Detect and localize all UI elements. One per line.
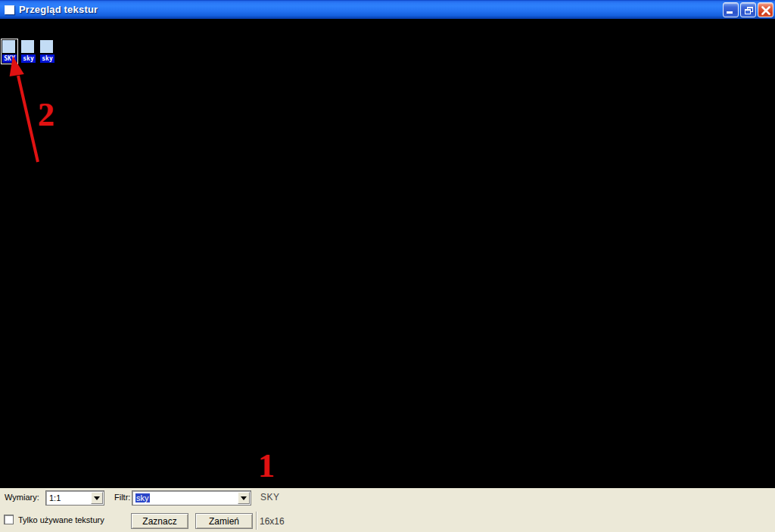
minimize-button[interactable]: [723, 2, 739, 17]
dropdown-arrow-icon[interactable]: [238, 492, 250, 504]
wymiary-value: 1:1: [46, 493, 90, 502]
filtr-combobox[interactable]: sky: [132, 490, 251, 506]
restore-icon: [745, 7, 753, 14]
dropdown-arrow-icon[interactable]: [91, 492, 103, 504]
texture-tile-selected[interactable]: SKY: [1, 39, 18, 64]
zamien-button[interactable]: Zamień: [195, 513, 253, 529]
wymiary-dropdown[interactable]: 1:1: [45, 490, 104, 506]
texture-thumbnail: [2, 40, 15, 53]
filtr-value[interactable]: sky: [135, 493, 150, 502]
panel-separator: [256, 512, 257, 530]
only-used-textures-checkbox[interactable]: [4, 515, 14, 524]
window-title: Przegląd tekstur: [19, 4, 98, 15]
restore-button[interactable]: [740, 2, 756, 17]
texture-label: sky: [40, 54, 54, 63]
texture-tile[interactable]: sky: [20, 39, 37, 64]
annotation-number-1: 1: [258, 450, 275, 483]
texture-label: sky: [21, 54, 36, 63]
annotation-number-2: 2: [38, 98, 54, 132]
zaznacz-button[interactable]: Zaznacz: [131, 513, 188, 529]
app-icon: [5, 5, 14, 14]
texture-thumbnail: [21, 40, 34, 53]
texture-list: SKY sky sky: [1, 39, 56, 64]
title-bar: Przegląd tekstur: [0, 0, 775, 19]
texture-tile[interactable]: sky: [39, 39, 56, 64]
wymiary-label: Wymiary:: [5, 493, 39, 502]
only-used-textures-label[interactable]: Tylko używane tekstury: [18, 515, 104, 524]
close-button[interactable]: [758, 2, 773, 17]
selected-texture-name: SKY: [260, 492, 280, 502]
texture-browser-window: Przegląd tekstur SKY sky: [0, 0, 775, 532]
texture-thumbnail: [40, 40, 53, 53]
filtr-label: Filtr:: [114, 493, 130, 502]
bottom-panel: Wymiary: 1:1 Filtr: sky SKY Tylko używan…: [0, 488, 775, 532]
close-icon: [761, 5, 771, 16]
texture-label: SKY: [2, 54, 17, 63]
texture-viewport: SKY sky sky: [0, 19, 775, 488]
minimize-icon: [727, 11, 733, 14]
selected-texture-size: 16x16: [260, 516, 285, 527]
